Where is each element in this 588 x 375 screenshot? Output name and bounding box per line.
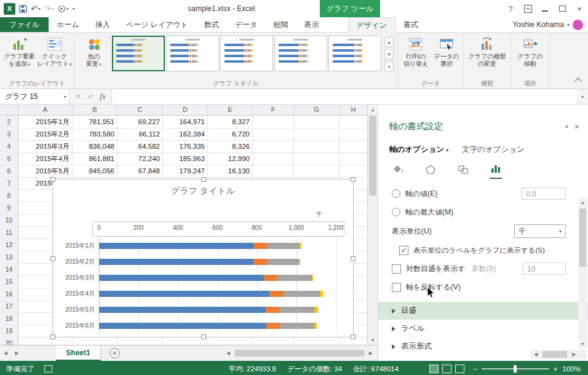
row-header-2[interactable]: 2 — [0, 116, 18, 128]
tab-formulas[interactable]: 数式 — [196, 17, 227, 32]
pane-hscrollbar-thumb[interactable] — [542, 351, 567, 358]
category-label[interactable]: 2015年1月 — [53, 242, 95, 250]
cell-A4[interactable]: 2015年3月 — [18, 140, 73, 153]
row-header-10[interactable]: 10 — [0, 214, 18, 227]
vertical-scrollbar[interactable]: ▲ ▼ — [367, 105, 378, 345]
insert-function-button[interactable]: fx — [97, 92, 109, 101]
row-header-11[interactable]: 11 — [0, 226, 18, 239]
bar-series-2[interactable] — [264, 275, 277, 281]
view-page-layout-button[interactable] — [442, 365, 451, 373]
tab-home[interactable]: ホーム — [49, 17, 87, 32]
cell-E20[interactable] — [208, 337, 253, 345]
bar-series-2[interactable] — [269, 291, 284, 297]
category-label[interactable]: 2015年6月 — [53, 322, 95, 330]
tab-text-options[interactable]: 文字のオプション — [462, 144, 525, 155]
ribbon-display-options-button[interactable] — [519, 2, 536, 15]
gallery-up-button[interactable]: ▲ — [384, 37, 394, 47]
scroll-left-icon[interactable]: ◀ — [223, 350, 234, 356]
select-all-corner[interactable] — [0, 105, 18, 115]
tab-format[interactable]: 書式 — [395, 17, 426, 32]
scroll-down-icon[interactable]: ▼ — [371, 335, 375, 345]
display-units-dropdown[interactable]: 千 ▾ — [514, 224, 566, 238]
zoom-out-button[interactable]: − — [473, 365, 477, 373]
vertical-scrollbar-thumb[interactable] — [369, 116, 376, 195]
zoom-level[interactable]: 100% — [563, 365, 581, 373]
bar-series-1[interactable] — [99, 291, 269, 297]
chart-style-option-5[interactable] — [328, 36, 381, 71]
row-header-18[interactable]: 18 — [0, 312, 18, 325]
fill-line-icon[interactable] — [392, 164, 404, 179]
cell-D6[interactable]: 179,247 — [163, 165, 208, 178]
cell-G3[interactable] — [294, 128, 340, 141]
column-header-f[interactable]: F — [253, 105, 294, 115]
touch-mode-button[interactable]: ▾ — [58, 5, 69, 13]
scroll-down-icon[interactable]: ▼ — [581, 339, 585, 349]
cell-D2[interactable]: 164,971 — [163, 116, 208, 128]
bar-series-3[interactable] — [280, 323, 314, 329]
bar-series-1[interactable] — [99, 243, 253, 249]
bar-series-1[interactable] — [99, 323, 266, 329]
row-header-9[interactable]: 9 — [0, 202, 18, 215]
cell-H2[interactable] — [340, 116, 367, 128]
cell-H5[interactable] — [340, 152, 367, 165]
log-base-field[interactable]: 10 — [523, 262, 566, 275]
axis-value-radio[interactable] — [392, 189, 400, 198]
axis-options-icon[interactable] — [490, 163, 502, 179]
cell-B5[interactable]: 861,881 — [73, 152, 117, 165]
cell-B2[interactable]: 781,951 — [73, 116, 117, 128]
view-page-break-button[interactable] — [455, 365, 464, 373]
expand-formula-bar-button[interactable]: ▾ — [577, 89, 588, 104]
cell-G5[interactable] — [294, 152, 340, 165]
change-chart-type-button[interactable]: グラフの種類 の変更 — [466, 34, 508, 68]
row-header-15[interactable]: 15 — [0, 275, 18, 288]
chart-style-option-1[interactable] — [112, 36, 165, 71]
bar-series-2[interactable] — [253, 259, 266, 265]
zoom-slider-thumb[interactable] — [514, 365, 517, 373]
bar-series-1[interactable] — [99, 307, 266, 313]
axis-max-radio[interactable] — [392, 208, 400, 216]
bar-series-4[interactable] — [320, 291, 322, 297]
row-header-14[interactable]: 14 — [0, 263, 18, 276]
chart-style-option-3[interactable] — [220, 36, 273, 71]
axis-value-field[interactable]: 0.0 — [522, 188, 566, 200]
sheet-tab-sheet1[interactable]: Sheet1 — [56, 345, 100, 361]
pane-menu-button[interactable]: ▾ — [559, 124, 574, 130]
cell-B3[interactable]: 783,580 — [73, 128, 117, 141]
column-header-d[interactable]: D — [163, 105, 208, 115]
gallery-more-button[interactable]: ▾ — [384, 61, 394, 72]
bar-series-3[interactable] — [267, 259, 299, 265]
cell-D4[interactable]: 176,335 — [163, 140, 208, 153]
bar-series-4[interactable] — [314, 323, 317, 329]
bar-series-1[interactable] — [99, 259, 253, 265]
pane-section[interactable]: ラベル — [392, 320, 566, 338]
cell-E3[interactable]: 6,720 — [208, 128, 253, 141]
scroll-right-icon[interactable]: ▶ — [365, 350, 376, 356]
save-button[interactable] — [19, 5, 27, 13]
cell-E6[interactable]: 16,130 — [208, 165, 253, 178]
cell-A2[interactable]: 2015年1月 — [18, 116, 73, 128]
cell-C20[interactable] — [117, 337, 163, 345]
cell-G4[interactable] — [294, 140, 340, 153]
name-box[interactable]: グラフ 15 ▾ — [0, 89, 70, 104]
category-label[interactable]: 2015年2月 — [53, 258, 95, 266]
switch-row-column-button[interactable]: 行/列の 切り替え — [400, 34, 431, 68]
bar-series-4[interactable] — [314, 307, 317, 313]
bar-series-4[interactable] — [312, 275, 314, 281]
pane-horizontal-scrollbar[interactable]: ◀ ▶ — [530, 350, 587, 359]
effects-icon[interactable] — [424, 164, 437, 179]
tab-data[interactable]: データ — [227, 17, 266, 32]
collapse-ribbon-button[interactable] — [574, 77, 581, 84]
cell-C2[interactable]: 69,227 — [117, 116, 163, 128]
tab-axis-options[interactable]: 軸のオプション▾ — [389, 144, 448, 155]
category-label[interactable]: 2015年5月 — [53, 306, 95, 314]
bar-series-4[interactable] — [300, 243, 301, 249]
bar-series-4[interactable] — [299, 259, 300, 265]
chart-style-option-4[interactable] — [274, 36, 327, 71]
column-header-a[interactable]: A — [18, 105, 73, 115]
pane-section[interactable]: 目盛 — [378, 302, 588, 320]
pane-close-button[interactable]: × — [574, 122, 579, 132]
horizontal-scrollbar[interactable]: ◀ ▶ — [223, 349, 376, 358]
scroll-up-icon[interactable]: ▲ — [371, 105, 375, 114]
bar-series-2[interactable] — [266, 307, 279, 313]
cell-A6[interactable]: 2015年5月 — [18, 165, 73, 178]
